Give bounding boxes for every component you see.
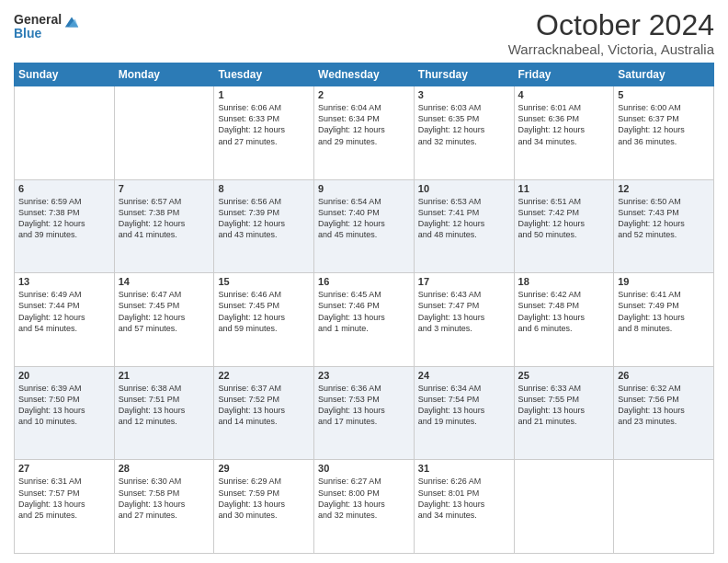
day-number: 31 [418, 463, 510, 474]
day-info: Sunrise: 6:42 AM Sunset: 7:48 PM Dayligh… [518, 290, 586, 332]
table-cell: 15Sunrise: 6:46 AM Sunset: 7:45 PM Dayli… [214, 273, 314, 367]
table-cell [514, 460, 614, 554]
table-cell: 9Sunrise: 6:54 AM Sunset: 7:40 PM Daylig… [314, 179, 415, 273]
table-cell [614, 460, 714, 554]
day-info: Sunrise: 6:57 AM Sunset: 7:38 PM Dayligh… [119, 197, 186, 239]
table-cell: 26Sunrise: 6:32 AM Sunset: 7:56 PM Dayli… [614, 366, 714, 460]
header-saturday: Saturday [614, 63, 714, 86]
day-info: Sunrise: 6:41 AM Sunset: 7:49 PM Dayligh… [618, 290, 685, 332]
table-cell: 31Sunrise: 6:26 AM Sunset: 8:01 PM Dayli… [414, 460, 514, 554]
table-cell: 18Sunrise: 6:42 AM Sunset: 7:48 PM Dayli… [514, 273, 614, 367]
table-cell: 28Sunrise: 6:30 AM Sunset: 7:58 PM Dayli… [114, 460, 214, 554]
day-number: 17 [418, 276, 510, 287]
day-info: Sunrise: 6:27 AM Sunset: 8:00 PM Dayligh… [318, 477, 385, 519]
day-info: Sunrise: 6:34 AM Sunset: 7:54 PM Dayligh… [418, 384, 485, 426]
day-info: Sunrise: 6:36 AM Sunset: 7:53 PM Dayligh… [318, 384, 385, 426]
day-number: 22 [218, 370, 310, 381]
day-info: Sunrise: 6:32 AM Sunset: 7:56 PM Dayligh… [618, 384, 685, 426]
day-info: Sunrise: 6:26 AM Sunset: 8:01 PM Dayligh… [418, 477, 485, 519]
day-info: Sunrise: 6:38 AM Sunset: 7:51 PM Dayligh… [119, 384, 186, 426]
day-info: Sunrise: 6:45 AM Sunset: 7:46 PM Dayligh… [318, 290, 385, 332]
day-info: Sunrise: 6:47 AM Sunset: 7:45 PM Dayligh… [119, 290, 186, 332]
day-number: 15 [218, 276, 310, 287]
day-number: 10 [418, 183, 510, 194]
table-cell: 16Sunrise: 6:45 AM Sunset: 7:46 PM Dayli… [314, 273, 415, 367]
location-title: Warracknabeal, Victoria, Australia [508, 41, 714, 57]
table-cell: 13Sunrise: 6:49 AM Sunset: 7:44 PM Dayli… [15, 273, 115, 367]
day-number: 6 [18, 183, 110, 194]
table-cell: 25Sunrise: 6:33 AM Sunset: 7:55 PM Dayli… [514, 366, 614, 460]
day-info: Sunrise: 6:37 AM Sunset: 7:52 PM Dayligh… [218, 384, 285, 426]
calendar-week-row: 6Sunrise: 6:59 AM Sunset: 7:38 PM Daylig… [15, 179, 714, 273]
day-number: 16 [318, 276, 410, 287]
logo-blue-text: Blue [14, 27, 62, 40]
table-cell: 19Sunrise: 6:41 AM Sunset: 7:49 PM Dayli… [614, 273, 714, 367]
day-info: Sunrise: 6:06 AM Sunset: 6:33 PM Dayligh… [218, 103, 285, 145]
table-cell: 1Sunrise: 6:06 AM Sunset: 6:33 PM Daylig… [214, 86, 314, 180]
table-cell: 2Sunrise: 6:04 AM Sunset: 6:34 PM Daylig… [314, 86, 415, 180]
table-cell: 12Sunrise: 6:50 AM Sunset: 7:43 PM Dayli… [614, 179, 714, 273]
table-cell [15, 86, 115, 180]
table-cell: 6Sunrise: 6:59 AM Sunset: 7:38 PM Daylig… [15, 179, 115, 273]
day-info: Sunrise: 6:49 AM Sunset: 7:44 PM Dayligh… [18, 290, 85, 332]
day-number: 18 [518, 276, 610, 287]
table-cell: 11Sunrise: 6:51 AM Sunset: 7:42 PM Dayli… [514, 179, 614, 273]
logo-general-text: General [14, 13, 62, 27]
table-cell: 14Sunrise: 6:47 AM Sunset: 7:45 PM Dayli… [114, 273, 214, 367]
day-number: 4 [518, 89, 610, 100]
weekday-header-row: Sunday Monday Tuesday Wednesday Thursday… [15, 63, 714, 86]
day-info: Sunrise: 6:50 AM Sunset: 7:43 PM Dayligh… [618, 197, 685, 239]
table-cell: 17Sunrise: 6:43 AM Sunset: 7:47 PM Dayli… [414, 273, 514, 367]
table-cell: 24Sunrise: 6:34 AM Sunset: 7:54 PM Dayli… [414, 366, 514, 460]
table-cell: 21Sunrise: 6:38 AM Sunset: 7:51 PM Dayli… [114, 366, 214, 460]
month-title: October 2024 [508, 9, 714, 41]
day-info: Sunrise: 6:59 AM Sunset: 7:38 PM Dayligh… [18, 197, 85, 239]
table-cell: 29Sunrise: 6:29 AM Sunset: 7:59 PM Dayli… [214, 460, 314, 554]
day-info: Sunrise: 6:46 AM Sunset: 7:45 PM Dayligh… [218, 290, 285, 332]
calendar-week-row: 27Sunrise: 6:31 AM Sunset: 7:57 PM Dayli… [15, 460, 714, 554]
table-cell: 8Sunrise: 6:56 AM Sunset: 7:39 PM Daylig… [214, 179, 314, 273]
day-number: 21 [119, 370, 210, 381]
day-number: 30 [318, 463, 410, 474]
day-number: 26 [618, 370, 710, 381]
logo: General Blue [14, 13, 80, 41]
day-number: 28 [119, 463, 210, 474]
day-info: Sunrise: 6:54 AM Sunset: 7:40 PM Dayligh… [318, 197, 385, 239]
day-number: 11 [518, 183, 610, 194]
day-number: 8 [218, 183, 310, 194]
day-number: 29 [218, 463, 310, 474]
day-number: 14 [119, 276, 210, 287]
logo-icon [63, 14, 80, 30]
day-number: 23 [318, 370, 410, 381]
table-cell: 7Sunrise: 6:57 AM Sunset: 7:38 PM Daylig… [114, 179, 214, 273]
header-thursday: Thursday [414, 63, 514, 86]
table-cell: 4Sunrise: 6:01 AM Sunset: 6:36 PM Daylig… [514, 86, 614, 180]
calendar-week-row: 13Sunrise: 6:49 AM Sunset: 7:44 PM Dayli… [15, 273, 714, 367]
title-section: October 2024 Warracknabeal, Victoria, Au… [508, 9, 714, 57]
day-number: 5 [618, 89, 710, 100]
header-friday: Friday [514, 63, 614, 86]
day-info: Sunrise: 6:01 AM Sunset: 6:36 PM Dayligh… [518, 103, 586, 145]
table-cell: 5Sunrise: 6:00 AM Sunset: 6:37 PM Daylig… [614, 86, 714, 180]
calendar-page: General Blue October 2024 Warracknabeal,… [0, 0, 728, 563]
table-cell [114, 86, 214, 180]
table-cell: 10Sunrise: 6:53 AM Sunset: 7:41 PM Dayli… [414, 179, 514, 273]
day-number: 3 [418, 89, 510, 100]
header-monday: Monday [114, 63, 214, 86]
day-info: Sunrise: 6:51 AM Sunset: 7:42 PM Dayligh… [518, 197, 586, 239]
table-cell: 30Sunrise: 6:27 AM Sunset: 8:00 PM Dayli… [314, 460, 415, 554]
day-number: 27 [18, 463, 110, 474]
day-info: Sunrise: 6:53 AM Sunset: 7:41 PM Dayligh… [418, 197, 485, 239]
calendar-week-row: 20Sunrise: 6:39 AM Sunset: 7:50 PM Dayli… [15, 366, 714, 460]
header-sunday: Sunday [15, 63, 115, 86]
day-number: 1 [218, 89, 310, 100]
day-info: Sunrise: 6:30 AM Sunset: 7:58 PM Dayligh… [119, 477, 186, 519]
day-number: 20 [18, 370, 110, 381]
header-tuesday: Tuesday [214, 63, 314, 86]
calendar-week-row: 1Sunrise: 6:06 AM Sunset: 6:33 PM Daylig… [15, 86, 714, 180]
day-info: Sunrise: 6:56 AM Sunset: 7:39 PM Dayligh… [218, 197, 285, 239]
day-number: 19 [618, 276, 710, 287]
header-wednesday: Wednesday [314, 63, 415, 86]
day-number: 9 [318, 183, 410, 194]
day-info: Sunrise: 6:33 AM Sunset: 7:55 PM Dayligh… [518, 384, 586, 426]
